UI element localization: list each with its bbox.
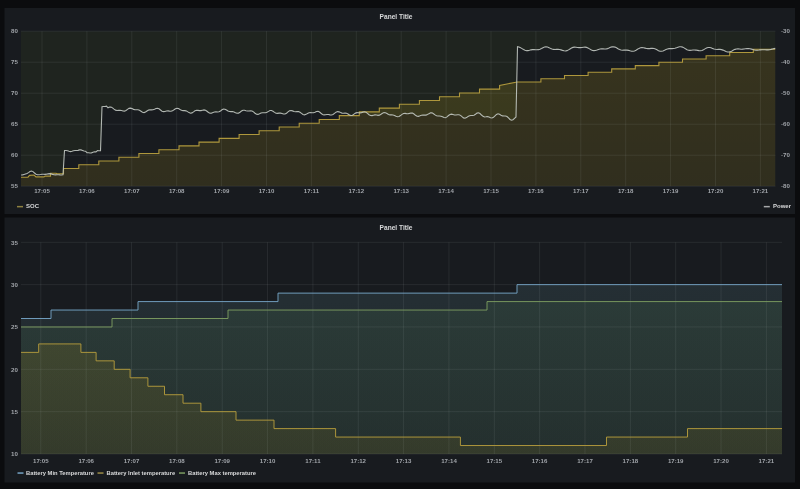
svg-text:35: 35: [11, 239, 18, 246]
svg-text:17:11: 17:11: [304, 187, 320, 194]
svg-text:17:15: 17:15: [487, 457, 503, 464]
svg-text:-40: -40: [781, 58, 791, 65]
svg-text:17:19: 17:19: [668, 457, 684, 464]
svg-text:-60: -60: [781, 120, 791, 127]
svg-text:Battery Max temperature: Battery Max temperature: [188, 470, 257, 476]
svg-text:17:20: 17:20: [708, 187, 724, 194]
svg-text:17:18: 17:18: [618, 187, 634, 194]
svg-text:17:17: 17:17: [577, 457, 593, 464]
svg-text:55: 55: [11, 182, 18, 189]
svg-text:-30: -30: [781, 27, 791, 34]
svg-text:17:10: 17:10: [260, 457, 276, 464]
svg-text:17:13: 17:13: [393, 187, 409, 194]
svg-text:75: 75: [11, 58, 18, 65]
svg-text:20: 20: [11, 366, 18, 373]
svg-text:17:19: 17:19: [663, 187, 679, 194]
svg-text:SOC: SOC: [26, 203, 40, 209]
svg-text:17:21: 17:21: [759, 457, 775, 464]
svg-text:80: 80: [11, 27, 18, 34]
svg-text:17:17: 17:17: [573, 187, 589, 194]
svg-text:17:21: 17:21: [753, 187, 769, 194]
svg-text:17:07: 17:07: [124, 457, 140, 464]
svg-text:17:20: 17:20: [713, 457, 729, 464]
svg-text:Panel Title: Panel Title: [380, 13, 413, 20]
svg-text:17:06: 17:06: [79, 187, 95, 194]
svg-text:17:08: 17:08: [169, 457, 185, 464]
svg-text:17:11: 17:11: [305, 457, 321, 464]
svg-text:65: 65: [11, 120, 18, 127]
svg-text:17:10: 17:10: [259, 187, 275, 194]
svg-text:17:13: 17:13: [396, 457, 412, 464]
svg-text:17:12: 17:12: [349, 187, 365, 194]
svg-text:-50: -50: [781, 89, 791, 96]
svg-text:15: 15: [11, 408, 18, 415]
svg-text:60: 60: [11, 151, 18, 158]
svg-text:Battery Min Temperature: Battery Min Temperature: [26, 470, 95, 476]
svg-text:17:12: 17:12: [350, 457, 366, 464]
svg-text:-80: -80: [781, 182, 791, 189]
svg-text:17:16: 17:16: [532, 457, 548, 464]
svg-text:17:08: 17:08: [169, 187, 185, 194]
svg-text:Battery Inlet temperature: Battery Inlet temperature: [107, 470, 176, 476]
svg-text:17:16: 17:16: [528, 187, 544, 194]
svg-text:17:09: 17:09: [214, 187, 230, 194]
svg-text:Power: Power: [773, 203, 792, 209]
svg-text:17:18: 17:18: [623, 457, 639, 464]
svg-text:17:05: 17:05: [34, 187, 50, 194]
svg-text:17:14: 17:14: [441, 457, 457, 464]
svg-text:17:06: 17:06: [78, 457, 94, 464]
svg-text:30: 30: [11, 281, 18, 288]
svg-text:Panel Title: Panel Title: [380, 224, 413, 231]
svg-text:25: 25: [11, 323, 18, 330]
svg-text:17:07: 17:07: [124, 187, 140, 194]
svg-text:17:09: 17:09: [214, 457, 230, 464]
svg-text:17:14: 17:14: [438, 187, 454, 194]
svg-text:17:05: 17:05: [33, 457, 49, 464]
svg-text:17:15: 17:15: [483, 187, 499, 194]
svg-text:-70: -70: [781, 151, 791, 158]
svg-text:10: 10: [11, 450, 18, 457]
svg-text:70: 70: [11, 89, 18, 96]
